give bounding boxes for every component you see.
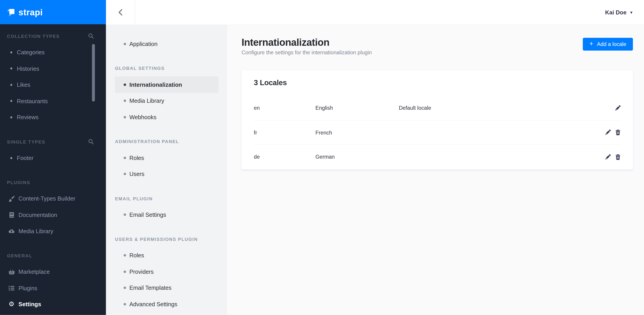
sidebar-scrollbar[interactable]: [92, 44, 95, 101]
settings-item-email-settings[interactable]: Email Settings: [115, 207, 218, 223]
locales-card-title: 3 Locales: [242, 70, 633, 87]
sidebar-item-footer[interactable]: Footer: [0, 150, 106, 166]
bullet-icon: [124, 303, 126, 305]
delete-icon[interactable]: [615, 154, 620, 160]
main-content: Internationalization Configure the setti…: [227, 25, 644, 315]
search-icon[interactable]: [88, 139, 94, 144]
edit-icon[interactable]: [615, 105, 620, 111]
sidebar-item-content-types-builder[interactable]: Content-Types Builder: [0, 191, 106, 207]
section-header-collection-types: COLLECTION TYPES: [0, 28, 106, 44]
locale-row-fr: fr French: [242, 120, 633, 145]
caret-down-icon: ▾: [630, 10, 632, 15]
bullet-icon: [10, 68, 12, 70]
settings-item-admin-users[interactable]: Users: [115, 166, 218, 182]
settings-item-media-library[interactable]: Media Library: [115, 93, 218, 109]
bullet-icon: [10, 157, 12, 159]
locales-table: en English Default locale fr French: [242, 96, 633, 169]
section-header-single-types: SINGLE TYPES: [0, 134, 106, 150]
sidebar-item-marketplace[interactable]: Marketplace: [0, 264, 106, 280]
settings-item-application[interactable]: Application: [115, 36, 218, 52]
settings-item-webhooks[interactable]: Webhooks: [115, 109, 218, 125]
sidebar-item-documentation[interactable]: Documentation: [0, 207, 106, 223]
settings-section-global: GLOBAL SETTINGS Internationalization Med…: [106, 60, 227, 125]
main-sidebar: strapi COLLECTION TYPES Categories Histo…: [0, 0, 106, 315]
page-subtitle: Configure the settings for the internati…: [242, 49, 633, 56]
section-general: GENERAL Marketplace Plugins ⚙ Settin: [0, 247, 106, 312]
sidebar-item-media-library[interactable]: Media Library: [0, 223, 106, 239]
settings-item-internationalization[interactable]: Internationalization: [115, 76, 218, 93]
plus-icon: +: [590, 41, 593, 47]
row-actions: [604, 130, 620, 135]
back-button[interactable]: [106, 0, 135, 25]
bullet-icon: [10, 100, 12, 102]
settings-item-providers[interactable]: Providers: [115, 264, 218, 280]
add-locale-button[interactable]: + Add a locale: [583, 38, 633, 51]
bullet-icon: [124, 173, 126, 175]
settings-item-advanced-settings[interactable]: Advanced Settings: [115, 296, 218, 312]
bullet-icon: [124, 83, 126, 86]
bullet-icon: [124, 100, 126, 102]
strapi-logo-icon: [6, 8, 16, 17]
settings-item-up-roles[interactable]: Roles: [115, 247, 218, 264]
topbar: Kai Doe ▾: [106, 0, 644, 25]
page-title: Internationalization: [242, 37, 633, 48]
topbar-spacer: [135, 0, 605, 25]
sidebar-menu: COLLECTION TYPES Categories Histories Li…: [0, 24, 106, 312]
settings-sidebar: Application GLOBAL SETTINGS Internationa…: [106, 25, 227, 315]
section-single-types: SINGLE TYPES Footer: [0, 134, 106, 166]
brand-name: strapi: [18, 7, 43, 17]
sidebar-item-reviews[interactable]: Reviews: [0, 109, 106, 125]
settings-header-users-permissions: USERS & PERMISSIONS PLUGIN: [106, 231, 227, 247]
sidebar-item-settings[interactable]: ⚙ Settings: [0, 296, 106, 312]
brand-header[interactable]: strapi: [0, 0, 106, 24]
user-menu[interactable]: Kai Doe ▾: [605, 0, 644, 25]
settings-section-email-plugin: EMAIL PLUGIN Email Settings: [106, 190, 227, 223]
edit-icon[interactable]: [605, 130, 611, 135]
settings-header-admin-panel: ADMINISTRATION PANEL: [106, 133, 227, 150]
locale-name: German: [315, 154, 399, 160]
settings-header-email-plugin: EMAIL PLUGIN: [106, 190, 227, 207]
sidebar-item-likes[interactable]: Likes: [0, 77, 106, 93]
section-collection-types: COLLECTION TYPES Categories Histories Li…: [0, 28, 106, 125]
bullet-icon: [124, 213, 126, 216]
locale-row-de: de German: [242, 145, 633, 169]
locale-default-badge: Default locale: [399, 105, 604, 111]
bullet-icon: [10, 116, 12, 118]
bullet-icon: [124, 254, 126, 257]
bullet-icon: [10, 51, 12, 53]
locale-code: de: [254, 154, 316, 160]
bullet-icon: [124, 157, 126, 159]
bullet-icon: [124, 270, 126, 273]
chevron-left-icon: [118, 9, 123, 16]
row-actions: [604, 154, 620, 160]
sidebar-item-histories[interactable]: Histories: [0, 60, 106, 77]
cloud-upload-icon: [8, 229, 15, 233]
settings-section-admin-panel: ADMINISTRATION PANEL Roles Users: [106, 133, 227, 182]
sidebar-item-plugins[interactable]: Plugins: [0, 280, 106, 296]
locales-card: 3 Locales en English Default locale fr F…: [242, 70, 633, 169]
locale-code: fr: [254, 129, 316, 135]
locale-code: en: [254, 105, 316, 111]
locale-row-en: en English Default locale: [242, 96, 633, 120]
page-header: Internationalization Configure the setti…: [227, 25, 644, 56]
basket-icon: [8, 269, 15, 275]
section-header-general: GENERAL: [0, 247, 106, 264]
settings-item-email-templates[interactable]: Email Templates: [115, 280, 218, 296]
gear-icon: ⚙: [8, 301, 15, 307]
edit-icon[interactable]: [605, 154, 611, 160]
delete-icon[interactable]: [615, 130, 620, 135]
settings-item-admin-roles[interactable]: Roles: [115, 150, 218, 166]
brush-icon: [8, 196, 15, 202]
bullet-icon: [124, 287, 126, 289]
locale-name: French: [315, 129, 399, 135]
strapi-admin-app: strapi COLLECTION TYPES Categories Histo…: [0, 0, 644, 315]
section-plugins: PLUGINS Content-Types Builder Documentat…: [0, 174, 106, 239]
sidebar-item-categories[interactable]: Categories: [0, 44, 106, 60]
bullet-icon: [10, 84, 12, 86]
sidebar-item-restaurants[interactable]: Restaurants: [0, 93, 106, 109]
row-actions: [604, 105, 620, 111]
bullet-icon: [124, 43, 126, 45]
book-icon: [8, 212, 15, 218]
search-icon[interactable]: [88, 33, 94, 39]
user-name: Kai Doe: [605, 9, 626, 16]
